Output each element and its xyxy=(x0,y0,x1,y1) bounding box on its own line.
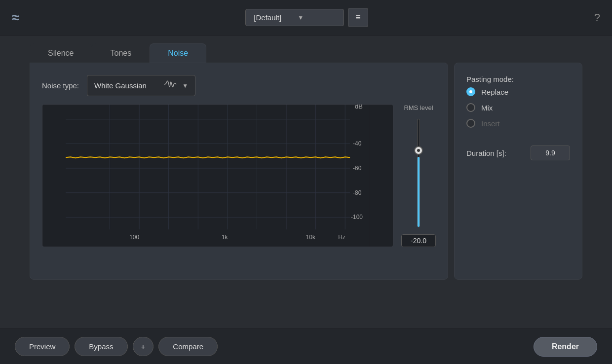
noise-type-label: Noise type: xyxy=(42,81,79,90)
svg-text:10k: 10k xyxy=(306,234,315,241)
radio-insert-label: Insert xyxy=(481,119,500,128)
svg-text:-100: -100 xyxy=(351,214,363,220)
preview-button[interactable]: Preview xyxy=(15,337,70,356)
noise-type-row: Noise type: White Gaussian ▼ xyxy=(42,75,436,96)
duration-input[interactable] xyxy=(531,146,570,160)
noise-chevron-icon: ▼ xyxy=(182,82,188,89)
duration-label: Duration [s]: xyxy=(466,149,506,157)
radio-insert-indicator xyxy=(466,119,475,128)
header: ≈ [Default] ▼ ≡ ? xyxy=(0,0,612,36)
slider-fill xyxy=(418,157,420,227)
compare-button[interactable]: Compare xyxy=(158,337,218,356)
duration-row: Duration [s]: xyxy=(466,146,570,160)
pasting-radio-group: Replace Mix Insert xyxy=(466,87,570,128)
slider-thumb[interactable] xyxy=(414,146,423,155)
radio-replace[interactable]: Replace xyxy=(466,87,570,96)
radio-insert[interactable]: Insert xyxy=(466,119,570,128)
logo-icon: ≈ xyxy=(12,10,19,26)
wave-icon xyxy=(163,79,177,92)
help-button[interactable]: ? xyxy=(594,11,600,24)
plus-button[interactable]: + xyxy=(133,337,154,356)
spectrum-chart: dB -40 -60 -80 -100 100 1k 10k Hz xyxy=(42,104,393,247)
radio-replace-label: Replace xyxy=(481,88,508,96)
thumb-dot xyxy=(417,149,420,152)
preset-dropdown[interactable]: [Default] ▼ xyxy=(245,9,344,26)
svg-text:-60: -60 xyxy=(353,165,362,172)
noise-type-value: White Gaussian xyxy=(94,81,158,90)
rms-label: RMS level xyxy=(404,104,433,111)
svg-rect-0 xyxy=(66,105,370,247)
svg-text:-40: -40 xyxy=(353,140,362,147)
radio-replace-indicator xyxy=(466,87,475,96)
radio-mix-label: Mix xyxy=(481,104,493,112)
svg-text:100: 100 xyxy=(129,234,139,241)
noise-type-select[interactable]: White Gaussian ▼ xyxy=(87,75,195,96)
rms-slider[interactable] xyxy=(413,115,424,230)
rms-value-display: -20.0 xyxy=(401,234,436,247)
chart-slider-row: dB -40 -60 -80 -100 100 1k 10k Hz RMS le… xyxy=(42,104,436,247)
tab-tones[interactable]: Tones xyxy=(92,43,150,63)
bypass-button[interactable]: Bypass xyxy=(75,337,127,356)
slider-track xyxy=(417,119,420,227)
radio-mix-indicator xyxy=(466,103,475,112)
header-center: [Default] ▼ ≡ xyxy=(245,8,368,27)
menu-button[interactable]: ≡ xyxy=(348,8,368,27)
pasting-mode-label: Pasting mode: xyxy=(466,75,570,83)
tab-silence[interactable]: Silence xyxy=(30,43,92,63)
tab-noise[interactable]: Noise xyxy=(150,43,206,63)
svg-text:dB: dB xyxy=(355,105,363,110)
preset-value: [Default] xyxy=(254,13,292,22)
svg-text:-80: -80 xyxy=(353,189,362,196)
render-button[interactable]: Render xyxy=(534,337,597,357)
main-content: Noise type: White Gaussian ▼ xyxy=(0,63,612,288)
radio-mix[interactable]: Mix xyxy=(466,103,570,112)
tabs-area: Silence Tones Noise xyxy=(0,43,612,63)
pasting-mode-section: Pasting mode: Replace Mix Insert xyxy=(466,75,570,128)
chevron-down-icon: ▼ xyxy=(298,14,336,21)
rms-section: RMS level -20.0 xyxy=(401,104,436,247)
footer: Preview Bypass + Compare Render xyxy=(0,328,612,364)
svg-text:Hz: Hz xyxy=(338,234,345,241)
right-panel: Pasting mode: Replace Mix Insert Duratio… xyxy=(454,63,582,280)
svg-text:1k: 1k xyxy=(222,234,228,241)
left-panel: Noise type: White Gaussian ▼ xyxy=(30,63,448,280)
